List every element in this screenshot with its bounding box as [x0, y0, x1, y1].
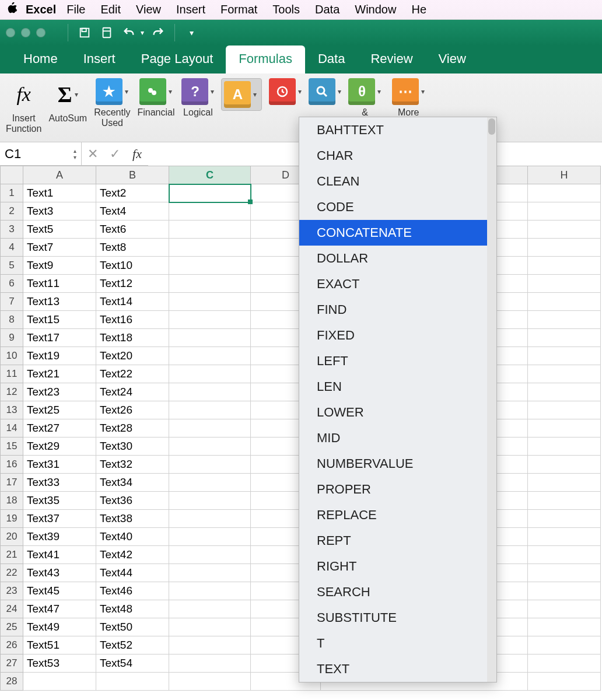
cell-H19[interactable]	[528, 510, 601, 528]
row-header-28[interactable]: 28	[0, 673, 23, 691]
row-header-19[interactable]: 19	[0, 510, 23, 528]
cell-B26[interactable]: Text52	[96, 636, 169, 654]
menu-insert[interactable]: Insert	[176, 3, 205, 16]
cell-H3[interactable]	[528, 220, 601, 239]
cell-H26[interactable]	[528, 636, 601, 654]
row-header-24[interactable]: 24	[0, 600, 23, 618]
menu-help-cut[interactable]: He	[411, 3, 426, 16]
cell-B18[interactable]: Text36	[96, 492, 169, 510]
cell-B23[interactable]: Text46	[96, 582, 169, 600]
row-header-16[interactable]: 16	[0, 456, 23, 474]
dropdown-item-concatenate[interactable]: CONCATENATE	[299, 220, 496, 246]
scrollbar-thumb[interactable]	[488, 118, 495, 135]
cell-A10[interactable]: Text19	[23, 347, 96, 365]
cell-B2[interactable]: Text4	[96, 202, 169, 220]
cell-H11[interactable]	[528, 365, 601, 383]
row-header-25[interactable]: 25	[0, 618, 23, 636]
tab-data[interactable]: Data	[305, 46, 358, 74]
cell-A18[interactable]: Text35	[23, 492, 96, 510]
dropdown-item-substitute[interactable]: SUBSTITUTE	[299, 605, 496, 631]
column-header-C[interactable]: C	[169, 166, 251, 184]
cell-A3[interactable]: Text5	[23, 220, 96, 239]
cell-H28[interactable]	[528, 673, 601, 691]
cell-C24[interactable]	[169, 600, 251, 618]
menu-format[interactable]: Format	[220, 3, 257, 16]
cell-B15[interactable]: Text30	[96, 438, 169, 456]
dropdown-item-clean[interactable]: CLEAN	[299, 169, 496, 194]
cell-B25[interactable]: Text50	[96, 618, 169, 636]
cell-A28[interactable]	[23, 673, 96, 691]
cell-H6[interactable]	[528, 275, 601, 293]
financial-button[interactable]: ▾ Financial	[137, 78, 174, 118]
cell-C14[interactable]	[169, 419, 251, 438]
cell-B5[interactable]: Text10	[96, 257, 169, 275]
cell-A14[interactable]: Text27	[23, 419, 96, 438]
cell-B11[interactable]: Text22	[96, 365, 169, 383]
cell-B14[interactable]: Text28	[96, 419, 169, 438]
row-header-27[interactable]: 27	[0, 654, 23, 673]
cell-C10[interactable]	[169, 347, 251, 365]
app-name[interactable]: Excel	[26, 3, 56, 16]
cell-H22[interactable]	[528, 564, 601, 582]
name-box-dropdown-icon[interactable]: ▴▾	[74, 148, 76, 160]
dropdown-item-lower[interactable]: LOWER	[299, 400, 496, 425]
cell-C19[interactable]	[169, 510, 251, 528]
cell-C22[interactable]	[169, 564, 251, 582]
cell-C15[interactable]	[169, 438, 251, 456]
undo-icon[interactable]	[121, 24, 137, 41]
tab-view[interactable]: View	[426, 46, 479, 74]
menu-file[interactable]: File	[66, 3, 85, 16]
redo-icon[interactable]	[150, 24, 166, 41]
cell-B17[interactable]: Text34	[96, 474, 169, 492]
cell-A22[interactable]: Text43	[23, 564, 96, 582]
cell-B6[interactable]: Text12	[96, 275, 169, 293]
cell-A2[interactable]: Text3	[23, 202, 96, 220]
cell-A21[interactable]: Text41	[23, 546, 96, 564]
cell-C9[interactable]	[169, 329, 251, 347]
cell-C21[interactable]	[169, 546, 251, 564]
dropdown-item-numbervalue[interactable]: NUMBERVALUE	[299, 451, 496, 477]
cell-A16[interactable]: Text31	[23, 456, 96, 474]
cell-B13[interactable]: Text26	[96, 401, 169, 419]
cell-C5[interactable]	[169, 257, 251, 275]
dropdown-item-code[interactable]: CODE	[299, 194, 496, 220]
cell-H18[interactable]	[528, 492, 601, 510]
row-header-18[interactable]: 18	[0, 492, 23, 510]
cell-B10[interactable]: Text20	[96, 347, 169, 365]
dropdown-item-left[interactable]: LEFT	[299, 348, 496, 374]
tab-formulas[interactable]: Formulas	[226, 46, 305, 74]
cell-B21[interactable]: Text42	[96, 546, 169, 564]
row-header-8[interactable]: 8	[0, 311, 23, 329]
dropdown-item-t[interactable]: T	[299, 631, 496, 656]
cell-H17[interactable]	[528, 474, 601, 492]
row-header-4[interactable]: 4	[0, 239, 23, 257]
row-header-6[interactable]: 6	[0, 275, 23, 293]
dropdown-scrollbar[interactable]	[487, 117, 496, 682]
cell-A24[interactable]: Text47	[23, 600, 96, 618]
minimize-window-icon[interactable]	[21, 28, 30, 37]
column-header-A[interactable]: A	[23, 166, 96, 184]
cell-H1[interactable]	[528, 184, 601, 202]
close-window-icon[interactable]	[6, 28, 15, 37]
dropdown-item-text[interactable]: TEXT	[299, 656, 496, 682]
cancel-formula-icon[interactable]: ✕	[82, 142, 104, 166]
cell-B3[interactable]: Text6	[96, 220, 169, 239]
print-icon[interactable]	[99, 24, 115, 41]
tab-insert[interactable]: Insert	[71, 46, 128, 74]
dropdown-item-char[interactable]: CHAR	[299, 143, 496, 169]
cell-B1[interactable]: Text2	[96, 184, 169, 202]
cell-B9[interactable]: Text18	[96, 329, 169, 347]
row-header-17[interactable]: 17	[0, 474, 23, 492]
row-header-23[interactable]: 23	[0, 582, 23, 600]
row-header-14[interactable]: 14	[0, 419, 23, 438]
cell-H15[interactable]	[528, 438, 601, 456]
tab-page-layout[interactable]: Page Layout	[128, 46, 226, 74]
row-header-12[interactable]: 12	[0, 383, 23, 401]
cell-C20[interactable]	[169, 528, 251, 546]
cell-C18[interactable]	[169, 492, 251, 510]
cell-H2[interactable]	[528, 202, 601, 220]
cell-A4[interactable]: Text7	[23, 239, 96, 257]
accept-formula-icon[interactable]: ✓	[104, 142, 126, 166]
cell-A15[interactable]: Text29	[23, 438, 96, 456]
cell-C12[interactable]	[169, 383, 251, 401]
